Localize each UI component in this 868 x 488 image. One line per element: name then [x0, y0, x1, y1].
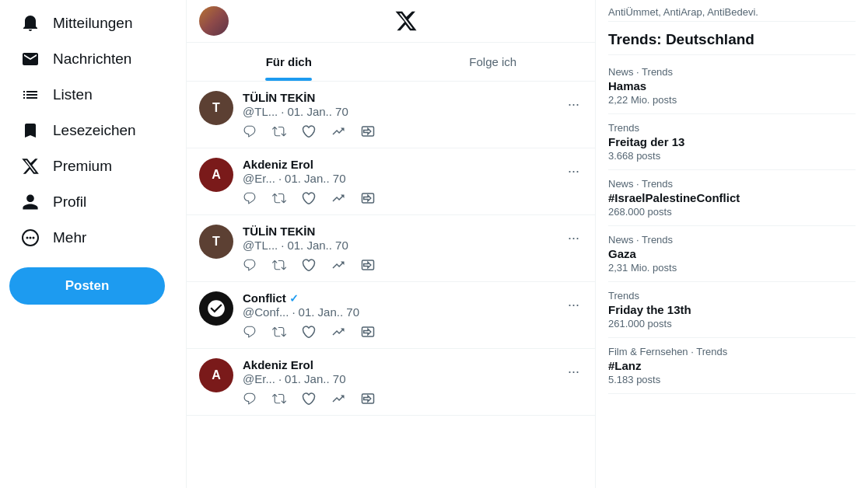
tweet-1-actions — [243, 124, 583, 138]
tweet-1-handle: @TL... — [243, 105, 278, 118]
x-icon — [20, 157, 40, 176]
sidebar-item-premium[interactable]: Premium — [9, 149, 177, 183]
tweet-3-share-button[interactable] — [361, 258, 375, 272]
sidebar-item-profil[interactable]: Profil — [9, 185, 177, 219]
trend-5-name: Friday the 13th — [608, 303, 856, 316]
tweet-4-share-button[interactable] — [361, 325, 375, 339]
tweet-2-reply-button[interactable] — [243, 191, 257, 205]
tab-folge-ich[interactable]: Folge ich — [391, 43, 596, 81]
tweet-4-actions — [243, 325, 583, 339]
bell-icon — [20, 14, 40, 33]
sidebar-label-listen: Listen — [53, 86, 93, 103]
tweet-5-stats-button[interactable] — [331, 392, 345, 406]
tweet-5-more-button[interactable]: ··· — [565, 364, 583, 380]
tweet-4-name: Conflict ✓ — [243, 291, 299, 305]
tweet-1-meta: @TL... · 01. Jan.. 70 — [243, 105, 348, 118]
tweet-5-avatar[interactable]: A — [199, 358, 233, 392]
trend-6-category: Film & Fernsehen · Trends — [608, 346, 856, 357]
tweet-3: T TÜLİN TEKİN @TL... · 01. Jan.. 70 ··· — [187, 215, 595, 282]
tweet-1-more-button[interactable]: ··· — [565, 96, 583, 113]
tweet-2: A Akdeniz Erol @Er... · 01. Jan.. 70 ··· — [187, 148, 595, 215]
trend-item-3[interactable]: News · Trends #IsraelPalestineConflict 2… — [608, 170, 856, 226]
tweet-2-more-button[interactable]: ··· — [565, 163, 583, 180]
tweet-3-handle: @TL... — [243, 239, 278, 252]
trend-4-category: News · Trends — [608, 234, 856, 246]
tweet-4-date: 01. Jan.. 70 — [299, 305, 359, 319]
tweet-2-stats-button[interactable] — [331, 191, 345, 205]
person-icon — [20, 193, 40, 211]
trend-item-5[interactable]: Trends Friday the 13th 261.000 posts — [608, 282, 856, 338]
tweet-2-actions — [243, 191, 583, 205]
sidebar-label-mitteilungen: Mitteilungen — [53, 15, 132, 32]
tweet-3-more-button[interactable]: ··· — [565, 230, 583, 246]
tweet-2-date: 01. Jan.. 70 — [285, 172, 345, 185]
tweet-5-reply-button[interactable] — [243, 392, 257, 406]
tweet-4-meta: @Conf... · 01. Jan.. 70 — [243, 305, 359, 319]
tweet-5-info: Akdeniz Erol @Er... · 01. Jan.. 70 — [243, 358, 345, 385]
tweet-3-stats-button[interactable] — [331, 258, 345, 272]
tweet-2-retweet-button[interactable] — [272, 191, 286, 205]
tab-fuer-dich[interactable]: Für dich — [187, 43, 391, 81]
tweet-4-more-button[interactable]: ··· — [565, 297, 583, 313]
trend-2-category: Trends — [608, 122, 856, 134]
tweet-4-avatar[interactable] — [199, 291, 233, 326]
sidebar-item-listen[interactable]: Listen — [9, 78, 177, 112]
tweet-3-like-button[interactable] — [302, 258, 316, 272]
sidebar-item-nachrichten[interactable]: Nachrichten — [9, 42, 177, 76]
verified-badge: ✓ — [289, 292, 299, 305]
tweet-2-share-button[interactable] — [361, 191, 375, 205]
trend-2-posts: 3.668 posts — [608, 150, 856, 162]
trend-4-posts: 2,31 Mio. posts — [608, 262, 856, 274]
list-icon — [20, 85, 40, 104]
sidebar-item-mitteilungen[interactable]: Mitteilungen — [9, 6, 177, 40]
trend-item-1[interactable]: News · Trends Hamas 2,22 Mio. posts — [608, 58, 856, 114]
tweet-3-avatar[interactable]: T — [199, 225, 233, 259]
feed-header — [187, 0, 595, 43]
tweet-5-like-button[interactable] — [302, 392, 316, 406]
tweet-5-name: Akdeniz Erol — [243, 358, 313, 371]
feed-tabs: Für dich Folge ich — [187, 43, 595, 82]
tweet-2-meta: @Er... · 01. Jan.. 70 — [243, 172, 345, 185]
tweet-1-share-button[interactable] — [361, 124, 375, 138]
tweet-1-header: TÜLİN TEKİN @TL... · 01. Jan.. 70 ··· — [243, 91, 583, 118]
user-avatar[interactable] — [199, 6, 229, 36]
tweet-3-reply-button[interactable] — [243, 258, 257, 272]
trend-item-4[interactable]: News · Trends Gaza 2,31 Mio. posts — [608, 226, 856, 282]
tweet-5-share-button[interactable] — [361, 392, 375, 406]
sidebar-label-profil: Profil — [53, 193, 86, 211]
trend-5-posts: 261.000 posts — [608, 318, 856, 329]
tweet-1-avatar[interactable]: T — [199, 91, 233, 125]
tweet-3-name: TÜLİN TEKİN — [243, 225, 315, 238]
sidebar-label-nachrichten: Nachrichten — [53, 51, 131, 68]
tweet-4-header: Conflict ✓ @Conf... · 01. Jan.. 70 ··· — [243, 291, 583, 319]
tweet-3-retweet-button[interactable] — [272, 258, 286, 272]
sidebar-item-mehr[interactable]: Mehr — [9, 221, 177, 255]
tweet-4-stats-button[interactable] — [331, 325, 345, 339]
trend-1-category: News · Trends — [608, 66, 856, 78]
tweet-2-like-button[interactable] — [302, 191, 316, 205]
tweet-1-like-button[interactable] — [302, 124, 316, 138]
post-button[interactable]: Posten — [9, 267, 165, 305]
tweet-2-avatar[interactable]: A — [199, 158, 233, 192]
trend-item-6[interactable]: Film & Fernsehen · Trends #Lanz 5.183 po… — [608, 338, 856, 394]
trends-sidebar: AntiÜmmet, AntiArap, AntiBedevi. Trends:… — [596, 0, 868, 488]
sidebar-item-lesezeichen[interactable]: Lesezeichen — [9, 113, 177, 148]
tweet-3-header: TÜLİN TEKİN @TL... · 01. Jan.. 70 ··· — [243, 225, 583, 252]
more-icon — [20, 228, 40, 247]
tweet-5-body: Akdeniz Erol @Er... · 01. Jan.. 70 ··· — [243, 358, 583, 406]
tweet-1-stats-button[interactable] — [331, 124, 345, 138]
tweet-4-like-button[interactable] — [302, 325, 316, 339]
trend-item-2[interactable]: Trends Freitag der 13 3.668 posts — [608, 114, 856, 170]
tweet-1-retweet-button[interactable] — [272, 124, 286, 138]
tweet-4-retweet-button[interactable] — [272, 325, 286, 339]
tweet-5-retweet-button[interactable] — [272, 392, 286, 406]
tweet-5-handle: @Er... — [243, 372, 275, 385]
tweet-1-body: TÜLİN TEKİN @TL... · 01. Jan.. 70 ··· — [243, 91, 583, 138]
trend-5-category: Trends — [608, 290, 856, 302]
sidebar-label-lesezeichen: Lesezeichen — [53, 122, 136, 139]
tweet-5-meta: @Er... · 01. Jan.. 70 — [243, 372, 345, 385]
tweet-4-body: Conflict ✓ @Conf... · 01. Jan.. 70 ··· — [243, 291, 583, 339]
tweet-1-reply-button[interactable] — [243, 124, 257, 138]
tweet-3-actions — [243, 258, 583, 272]
tweet-4-reply-button[interactable] — [243, 325, 257, 339]
